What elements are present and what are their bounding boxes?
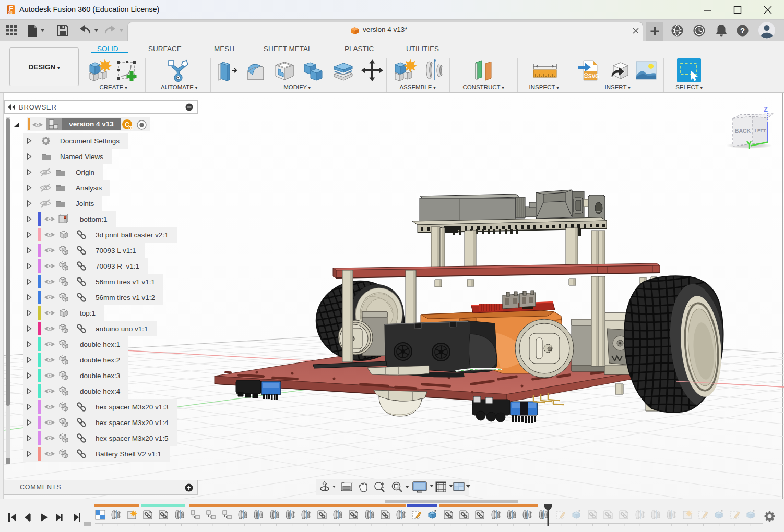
svg-text:BACK: BACK bbox=[735, 128, 751, 134]
svg-text:Z: Z bbox=[764, 105, 768, 113]
svg-text:SVG: SVG bbox=[588, 74, 599, 79]
svg-text:LEFT: LEFT bbox=[755, 128, 766, 134]
svg-text:?: ? bbox=[740, 26, 745, 35]
